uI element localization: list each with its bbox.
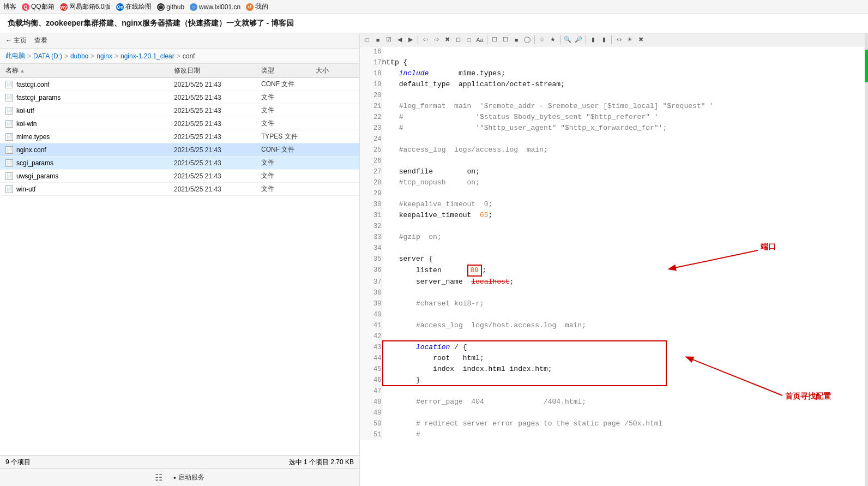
file-row[interactable]: 📄 uwsgi_params 2021/5/25 21:43 文件	[0, 170, 359, 183]
code-content-cell[interactable]: # '"$http_user_agent" "$http_x_forwarded…	[382, 123, 868, 134]
code-content-cell[interactable]	[382, 155, 868, 166]
code-content-cell[interactable]: listen 80;	[382, 265, 868, 277]
scrollbar-thumb[interactable]	[865, 50, 868, 82]
breadcrumb-pc[interactable]: 此电脑	[5, 51, 25, 61]
code-content-cell[interactable]	[382, 331, 868, 342]
code-content-cell[interactable]: keepalive_timeout 65;	[382, 210, 868, 221]
file-row[interactable]: 📄 fastcgi_params 2021/5/25 21:43 文件	[0, 91, 359, 104]
code-content-cell[interactable]	[382, 407, 868, 418]
toolbar-icon-6[interactable]: ⇦	[420, 35, 430, 45]
blog-link[interactable]: 博客	[3, 2, 16, 11]
code-content-cell[interactable]: location / {	[382, 342, 868, 353]
code-content-cell[interactable]: server_name localhost;	[382, 277, 868, 287]
col-type-header[interactable]: 类型	[261, 66, 316, 75]
code-content-cell[interactable]	[382, 46, 868, 57]
grid-icon[interactable]: ☷	[155, 472, 162, 483]
file-name: 📄 fastcgi_params	[5, 94, 174, 101]
toolbar-icon-16[interactable]: ☆	[537, 35, 547, 45]
code-content-cell[interactable]: }	[382, 375, 868, 386]
line-number: 38	[360, 287, 382, 298]
file-row[interactable]: 📄 koi-utf 2021/5/25 21:43 文件	[0, 104, 359, 117]
code-content-cell[interactable]: #gzip on;	[382, 232, 868, 243]
toolbar-icon-23[interactable]: ☀	[625, 35, 635, 45]
toolbar-icon-18[interactable]: 🔍	[563, 35, 572, 45]
gh-link[interactable]: ◯ github	[157, 3, 184, 11]
code-content-cell[interactable]	[382, 309, 868, 320]
file-row[interactable]: 📄 koi-win 2021/5/25 21:43 文件	[0, 117, 359, 130]
toolbar-icon-17[interactable]: ★	[548, 35, 558, 45]
toolbar-icon-14[interactable]: ■	[511, 35, 521, 45]
qq-link[interactable]: Q QQ邮箱	[22, 2, 55, 11]
code-content-cell[interactable]	[382, 243, 868, 254]
on-link[interactable]: On 在线绘图	[116, 2, 152, 11]
line-number: 34	[360, 243, 382, 254]
toolbar-icon-10[interactable]: □	[464, 35, 474, 45]
code-content-cell[interactable]: #	[382, 429, 868, 440]
col-date-header[interactable]: 修改日期	[174, 66, 261, 75]
my-link[interactable]: ↺ 我的	[246, 2, 268, 11]
code-content-cell[interactable]: #access_log logs/host.access.log main;	[382, 320, 868, 331]
toolbar-icon-12[interactable]: ☐	[490, 35, 499, 45]
code-content-cell[interactable]	[382, 188, 868, 199]
toolbar-view-btn[interactable]: 查看	[34, 36, 47, 45]
sort-arrow-icon: ▲	[20, 68, 25, 74]
breadcrumb-nginx[interactable]: nginx	[97, 52, 112, 60]
breadcrumb-dubbo[interactable]: dubbo	[70, 52, 88, 60]
code-content-cell[interactable]	[382, 386, 868, 397]
toolbar-icon-1[interactable]: □	[362, 35, 372, 45]
toolbar-sep-2	[487, 35, 487, 44]
start-service[interactable]: • 启动服务	[173, 473, 204, 482]
code-content-cell[interactable]	[382, 221, 868, 232]
code-content-cell[interactable]: # redirect server error pages to the sta…	[382, 418, 868, 429]
toolbar-icon-7[interactable]: ⇨	[431, 35, 441, 45]
breadcrumb-data[interactable]: DATA (D:)	[33, 52, 62, 60]
code-content-cell[interactable]: server {	[382, 254, 868, 265]
col-size-header[interactable]: 大小	[316, 66, 354, 75]
scrollbar[interactable]	[865, 33, 868, 486]
code-content-cell[interactable]: #tcp_nopush on;	[382, 177, 868, 188]
line-number: 35	[360, 254, 382, 265]
code-content-cell[interactable]: #log_format main '$remote_addr - $remote…	[382, 101, 868, 112]
toolbar-icon-20[interactable]: ▮	[588, 35, 598, 45]
code-content-cell[interactable]: http {	[382, 57, 868, 68]
file-row[interactable]: 📄 nginx.conf 2021/5/25 21:43 CONF 文件	[0, 143, 359, 157]
code-content-cell[interactable]: # '$status $body_bytes_sent "$http_refer…	[382, 112, 868, 123]
code-content-cell[interactable]: default_type application/octet-stream;	[382, 79, 868, 90]
code-content-cell[interactable]: sendfile on;	[382, 166, 868, 177]
file-row[interactable]: 📄 scgi_params 2021/5/25 21:43 文件	[0, 157, 359, 170]
toolbar-icon-19[interactable]: 🔎	[574, 35, 583, 45]
toolbar-home-btn[interactable]: ← 主页	[5, 36, 27, 45]
toolbar-icon-24[interactable]: ✖	[636, 35, 646, 45]
file-row[interactable]: 📄 mime.types 2021/5/25 21:43 TYPES 文件	[0, 130, 359, 143]
file-row[interactable]: 📄 win-utf 2021/5/25 21:43 文件	[0, 183, 359, 196]
wy-link[interactable]: wy 网易邮箱6.0版	[60, 2, 111, 11]
code-content-cell[interactable]: #keepalive_timeout 0;	[382, 199, 868, 210]
code-content-cell[interactable]: #access_log logs/access.log main;	[382, 145, 868, 155]
file-name: 📄 scgi_params	[5, 159, 174, 167]
toolbar-icon-22[interactable]: ⇔	[614, 35, 624, 45]
code-content-cell[interactable]: root html;	[382, 353, 868, 364]
toolbar-icon-2[interactable]: ■	[373, 35, 383, 45]
toolbar-icon-8[interactable]: ✖	[442, 35, 452, 45]
toolbar-icon-5[interactable]: ▶	[406, 35, 415, 45]
code-content-cell[interactable]: #error_page 404 /404.html;	[382, 397, 868, 407]
toolbar-icon-13[interactable]: ☐	[501, 35, 510, 45]
code-content-cell[interactable]	[382, 134, 868, 145]
breadcrumb-nginx-clear[interactable]: nginx-1.20.1_clear	[120, 52, 174, 60]
toolbar-icon-3[interactable]: ☑	[384, 35, 394, 45]
toolbar-icon-4[interactable]: ◀	[395, 35, 405, 45]
file-type: 文件	[261, 106, 316, 115]
code-content-cell[interactable]	[382, 90, 868, 101]
col-name-header[interactable]: 名称 ▲	[5, 66, 174, 75]
toolbar-icon-21[interactable]: ▮	[599, 35, 609, 45]
toolbar-icon-15[interactable]: ◯	[522, 35, 532, 45]
code-content-cell[interactable]	[382, 287, 868, 298]
file-row[interactable]: 📄 fastcgi.conf 2021/5/25 21:43 CONF 文件	[0, 78, 359, 91]
web-link[interactable]: ○ www.lxl001.cn	[190, 3, 240, 11]
code-content-cell[interactable]: index index.html index.htm;	[382, 364, 868, 375]
toolbar-icon-9[interactable]: ◻	[453, 35, 463, 45]
file-date: 2021/5/25 21:43	[174, 133, 261, 141]
code-content-cell[interactable]: include mime.types;	[382, 68, 868, 79]
toolbar-icon-11[interactable]: Aa	[475, 35, 485, 45]
code-content-cell[interactable]: #charset koi8-r;	[382, 298, 868, 309]
